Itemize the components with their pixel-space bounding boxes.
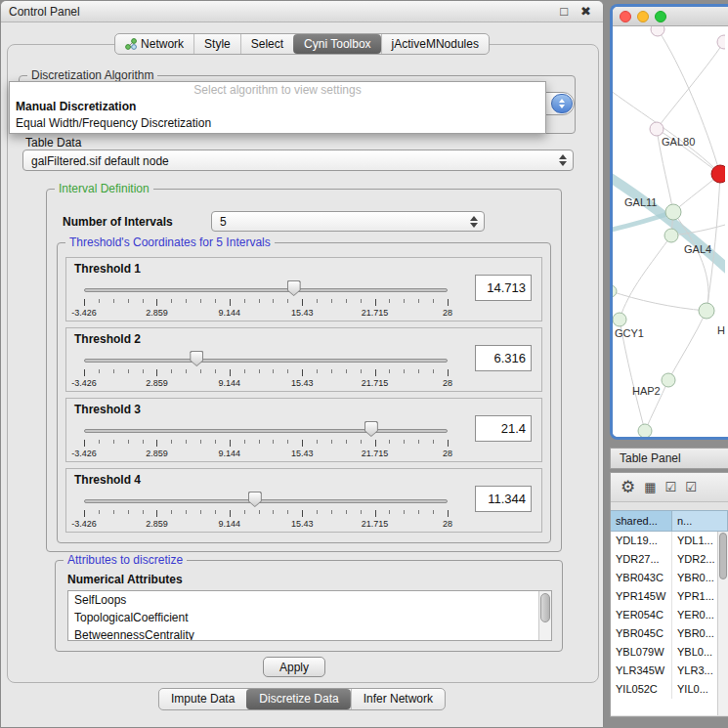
threshold-value-field[interactable]: 14.713 xyxy=(475,275,532,301)
control-panel-titlebar[interactable]: Control Panel □ ✖ xyxy=(1,1,603,22)
table-row[interactable]: YLR345WYLR3... xyxy=(611,662,728,680)
table-row[interactable]: YBR045CYBR0... xyxy=(611,624,728,643)
list-scrollbar-thumb[interactable] xyxy=(540,593,550,622)
slider-track[interactable] xyxy=(84,359,448,363)
tab-jactivemnodules[interactable]: jActiveMNodules xyxy=(381,34,489,54)
tick-label: 2.859 xyxy=(146,449,168,458)
slider-thumb-icon[interactable] xyxy=(287,280,301,296)
list-item-topologicalcoefficient[interactable]: TopologicalCoefficient xyxy=(68,609,551,626)
interval-definition-group: Interval Definition Number of Intervals … xyxy=(46,189,562,552)
combobox-stepper-icon[interactable] xyxy=(551,94,573,113)
table-row[interactable]: YPR145WYPR1... xyxy=(611,587,728,606)
threshold-panel-4: Threshold 4-3.4262.8599.14415.4321.71528… xyxy=(65,468,542,533)
tab-cyni-toolbox[interactable]: Cyni Toolbox xyxy=(293,34,380,54)
list-item-selfloops[interactable]: SelfLoops xyxy=(68,591,551,609)
network-edge[interactable] xyxy=(620,236,671,320)
table-cell: YIL052C xyxy=(611,680,672,699)
network-node[interactable] xyxy=(699,303,714,319)
tab-select[interactable]: Select xyxy=(240,34,293,54)
tab-infer-network[interactable]: Infer Network xyxy=(351,689,445,709)
table-row[interactable]: YBR043CYBR0... xyxy=(611,569,728,587)
network-node[interactable] xyxy=(613,285,617,297)
tab-impute-data[interactable]: Impute Data xyxy=(159,689,246,709)
table-row[interactable]: YIL052CYIL0... xyxy=(611,680,728,699)
table-row[interactable]: YER054CYER0... xyxy=(611,606,728,624)
number-of-intervals-combobox[interactable]: 5 xyxy=(211,211,485,232)
threshold-slider[interactable]: -3.4262.8599.14415.4321.71528 xyxy=(84,279,448,319)
tab-style[interactable]: Style xyxy=(193,34,240,54)
table-row[interactable]: YBL079WYBL0... xyxy=(611,643,728,662)
list-scrollbar[interactable] xyxy=(538,591,551,640)
tick-label: -3.426 xyxy=(71,308,97,318)
float-window-icon[interactable]: □ xyxy=(560,1,568,22)
threshold-value-field[interactable]: 21.4 xyxy=(475,415,532,442)
slider-thumb-icon[interactable] xyxy=(364,421,378,437)
table-data-combobox[interactable]: galFiltered.sif default node xyxy=(22,150,574,171)
threshold-value-field[interactable]: 6.316 xyxy=(475,345,532,371)
network-node[interactable] xyxy=(613,313,626,326)
network-node[interactable] xyxy=(711,165,725,183)
network-node[interactable] xyxy=(662,373,675,387)
close-traffic-light-icon[interactable] xyxy=(620,11,631,22)
minimize-traffic-light-icon[interactable] xyxy=(637,11,649,22)
popup-item-equal-width-frequency-discretization[interactable]: Equal Width/Frequency Discretization xyxy=(10,115,545,132)
zoom-traffic-light-icon[interactable] xyxy=(655,11,666,22)
network-canvas[interactable]: GAL80GAL11GAL4GCY1HAP2H xyxy=(613,26,728,440)
table-row[interactable]: YDR27...YDR2... xyxy=(611,550,728,569)
threshold-slider[interactable]: -3.4262.8599.14415.4321.71528 xyxy=(84,350,448,389)
table-scrollbar-thumb[interactable] xyxy=(719,533,727,579)
network-edge[interactable] xyxy=(658,29,720,174)
table-cell: YDR27... xyxy=(611,550,672,569)
slider-thumb-icon[interactable] xyxy=(190,351,203,366)
threshold-slider[interactable]: -3.4262.8599.14415.4321.71528 xyxy=(84,420,448,459)
threshold-slider[interactable]: -3.4262.8599.14415.4321.71528 xyxy=(84,491,448,530)
network-edge[interactable] xyxy=(613,85,720,174)
column-header-1[interactable]: shared... xyxy=(611,511,672,531)
tick-label: 2.859 xyxy=(146,378,168,388)
slider-thumb-icon[interactable] xyxy=(248,492,262,507)
popup-placeholder-text: Select algorithm to view settings xyxy=(10,82,545,99)
tab-discretize-data[interactable]: Discretize Data xyxy=(246,689,350,709)
tab-network[interactable]: Network xyxy=(115,34,193,54)
network-edge[interactable] xyxy=(668,311,707,380)
select-all-columns-icon[interactable]: ☑ xyxy=(665,481,677,493)
top-tab-bar: NetworkStyleSelectCyni ToolboxjActiveMNo… xyxy=(114,33,490,55)
network-node[interactable] xyxy=(651,26,664,36)
tick-label: 28 xyxy=(443,378,452,388)
tick-label: 15.43 xyxy=(291,519,314,529)
network-edge[interactable] xyxy=(657,42,724,129)
network-node[interactable] xyxy=(665,204,681,220)
network-node[interactable] xyxy=(650,122,664,136)
numerical-attributes-list[interactable]: SelfLoopsTopologicalCoefficientBetweenne… xyxy=(67,590,552,641)
apply-button[interactable]: Apply xyxy=(263,657,325,677)
list-item-betweennesscentrality[interactable]: BetweennessCentrality xyxy=(68,626,551,641)
table-row[interactable]: YDL19...YDL1... xyxy=(611,532,728,550)
slider-track[interactable] xyxy=(84,499,448,503)
table-scrollbar[interactable] xyxy=(717,532,728,715)
node-label: HAP2 xyxy=(632,385,661,397)
table-data-label: Table Data xyxy=(25,136,81,150)
tick-label: 15.43 xyxy=(291,308,314,318)
tick-label: 21.715 xyxy=(362,378,389,388)
slider-ticks xyxy=(84,510,448,518)
bottom-tab-bar: Impute DataDiscretize DataInfer Network xyxy=(158,688,446,710)
show-columns-icon[interactable]: ▦ xyxy=(644,481,656,493)
network-window-titlebar[interactable] xyxy=(613,7,728,26)
network-node[interactable] xyxy=(664,229,678,242)
tick-label: 28 xyxy=(443,519,452,529)
threshold-value-field[interactable]: 11.344 xyxy=(475,486,532,512)
unselect-all-columns-icon[interactable]: ☑ xyxy=(685,481,697,493)
close-window-icon[interactable]: ✖ xyxy=(580,1,591,22)
tick-label: 2.859 xyxy=(146,519,168,529)
popup-item-manual-discretization[interactable]: Manual Discretization xyxy=(10,99,545,115)
slider-track[interactable] xyxy=(84,429,448,433)
table-cell: YBL079W xyxy=(611,643,672,662)
tick-label: 28 xyxy=(443,308,452,318)
table-panel-titlebar[interactable]: Table Panel xyxy=(610,448,728,469)
network-node[interactable] xyxy=(638,424,652,438)
column-header-2[interactable]: n... xyxy=(672,511,728,531)
slider-track[interactable] xyxy=(84,288,448,292)
settings-gear-icon[interactable]: ⚙ xyxy=(621,479,635,495)
threshold-label: Threshold 4 xyxy=(74,473,141,487)
network-node[interactable] xyxy=(717,35,725,49)
